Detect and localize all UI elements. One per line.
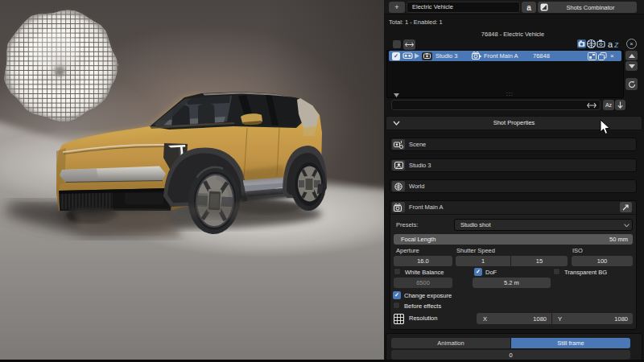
svg-text:z: z bbox=[613, 39, 619, 49]
svg-text:a: a bbox=[608, 39, 613, 49]
